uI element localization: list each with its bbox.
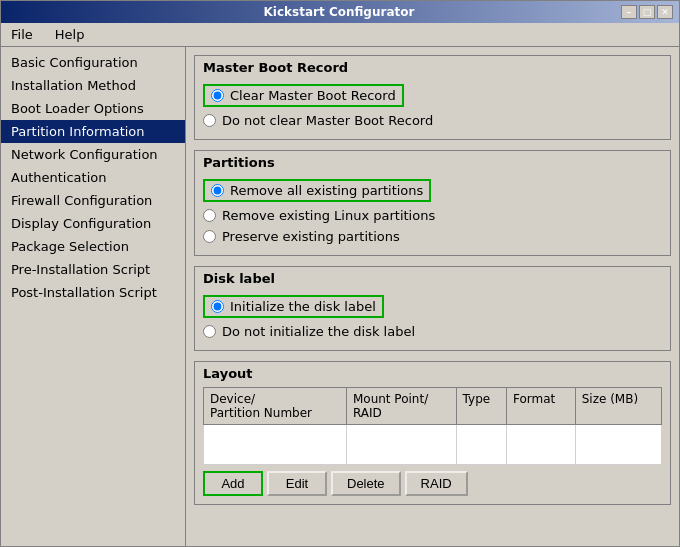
disk-label-title: Disk label [195,267,670,288]
sidebar-item-display-config[interactable]: Display Configuration [1,212,185,235]
menu-help[interactable]: Help [49,25,91,44]
disk-label-content: Initialize the disk label Do not initial… [195,288,670,350]
minimize-button[interactable]: – [621,5,637,19]
sidebar-item-authentication[interactable]: Authentication [1,166,185,189]
title-bar: Kickstart Configurator – □ ✕ [1,1,679,23]
sidebar-item-network-config[interactable]: Network Configuration [1,143,185,166]
right-panel: Master Boot Record Clear Master Boot Rec… [186,47,679,546]
partition-remove-linux: Remove existing Linux partitions [203,205,662,226]
window-title: Kickstart Configurator [57,5,621,19]
partition-remove-linux-radio[interactable] [203,209,216,222]
cell-type [456,425,506,465]
disk-init: Initialize the disk label [203,292,662,321]
sidebar-item-pre-install[interactable]: Pre-Installation Script [1,258,185,281]
main-window: Kickstart Configurator – □ ✕ File Help B… [0,0,680,547]
add-button[interactable]: Add [203,471,263,496]
partition-remove-all: Remove all existing partitions [203,176,662,205]
mbr-clear-label: Clear Master Boot Record [230,88,396,103]
partition-remove-linux-label: Remove existing Linux partitions [222,208,435,223]
cell-mount [346,425,456,465]
cell-format [507,425,576,465]
layout-content: Device/Partition Number Mount Point/RAID… [195,383,670,504]
layout-section: Layout Device/Partition Number Mount Poi… [194,361,671,505]
sidebar-item-firewall-config[interactable]: Firewall Configuration [1,189,185,212]
menu-file[interactable]: File [5,25,39,44]
maximize-button[interactable]: □ [639,5,655,19]
col-size: Size (MB) [575,388,661,425]
layout-buttons: Add Edit Delete RAID [203,471,662,496]
partition-remove-all-box: Remove all existing partitions [203,179,431,202]
mbr-section: Master Boot Record Clear Master Boot Rec… [194,55,671,140]
disk-noinit: Do not initialize the disk label [203,321,662,342]
mbr-clear-selected-box: Clear Master Boot Record [203,84,404,107]
col-type: Type [456,388,506,425]
window-controls: – □ ✕ [621,5,673,19]
layout-title: Layout [195,362,670,383]
sidebar-item-install-method[interactable]: Installation Method [1,74,185,97]
table-row-empty [204,425,662,465]
mbr-noclear-radio[interactable] [203,114,216,127]
partition-preserve-radio[interactable] [203,230,216,243]
mbr-option-clear: Clear Master Boot Record [203,81,662,110]
delete-button[interactable]: Delete [331,471,401,496]
partition-remove-all-radio[interactable] [211,184,224,197]
disk-noinit-label: Do not initialize the disk label [222,324,415,339]
partitions-title: Partitions [195,151,670,172]
mbr-title: Master Boot Record [195,56,670,77]
partitions-content: Remove all existing partitions Remove ex… [195,172,670,255]
disk-label-section: Disk label Initialize the disk label Do … [194,266,671,351]
disk-init-radio[interactable] [211,300,224,313]
partition-remove-all-label: Remove all existing partitions [230,183,423,198]
partitions-section: Partitions Remove all existing partition… [194,150,671,256]
sidebar-item-partition-info[interactable]: Partition Information [1,120,185,143]
disk-init-box: Initialize the disk label [203,295,384,318]
mbr-noclear-label: Do not clear Master Boot Record [222,113,433,128]
sidebar-item-package-selection[interactable]: Package Selection [1,235,185,258]
partition-preserve-label: Preserve existing partitions [222,229,400,244]
sidebar-item-basic-config[interactable]: Basic Configuration [1,51,185,74]
mbr-clear-radio[interactable] [211,89,224,102]
col-device: Device/Partition Number [204,388,347,425]
sidebar-item-boot-loader[interactable]: Boot Loader Options [1,97,185,120]
layout-table: Device/Partition Number Mount Point/RAID… [203,387,662,465]
mbr-option-noclear: Do not clear Master Boot Record [203,110,662,131]
main-content: Basic ConfigurationInstallation MethodBo… [1,47,679,546]
raid-button[interactable]: RAID [405,471,468,496]
cell-size [575,425,661,465]
close-button[interactable]: ✕ [657,5,673,19]
disk-noinit-radio[interactable] [203,325,216,338]
edit-button[interactable]: Edit [267,471,327,496]
mbr-content: Clear Master Boot Record Do not clear Ma… [195,77,670,139]
disk-init-label: Initialize the disk label [230,299,376,314]
col-mount: Mount Point/RAID [346,388,456,425]
sidebar-item-post-install[interactable]: Post-Installation Script [1,281,185,304]
sidebar: Basic ConfigurationInstallation MethodBo… [1,47,186,546]
partition-preserve: Preserve existing partitions [203,226,662,247]
col-format: Format [507,388,576,425]
cell-device [204,425,347,465]
menu-bar: File Help [1,23,679,47]
